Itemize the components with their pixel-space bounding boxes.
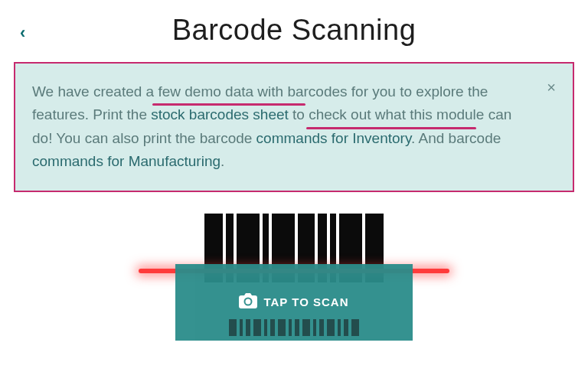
barcode-scan-widget[interactable]: TAP TO SCAN (175, 214, 413, 341)
barcode-faded-bars-icon (175, 319, 413, 336)
info-alert: × We have created a few demo data with b… (14, 62, 574, 192)
camera-icon (239, 293, 257, 311)
scan-panel: TAP TO SCAN (175, 264, 413, 341)
info-t3: . And barcode (411, 130, 501, 146)
back-button[interactable]: ‹ (20, 23, 25, 43)
link-stock-barcodes-sheet[interactable]: stock barcodes sheet (151, 106, 289, 122)
close-icon[interactable]: × (547, 79, 556, 96)
annotation-underline-2 (306, 127, 476, 129)
page-title: Barcode Scanning (0, 14, 588, 47)
info-t4: . (220, 153, 224, 169)
scan-label-text: TAP TO SCAN (263, 295, 348, 308)
text-commands-manufacturing: commands for Manufacturing (32, 153, 220, 169)
link-commands-inventory[interactable]: commands for Inventory (256, 130, 411, 146)
annotation-underline-1 (152, 103, 305, 106)
